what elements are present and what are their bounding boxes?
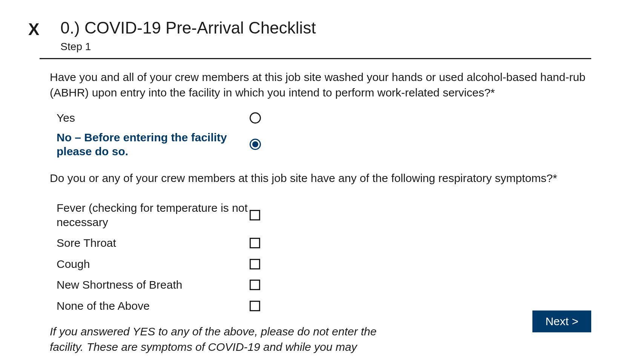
header-row: X 0.) COVID-19 Pre-Arrival Checklist Ste… [0,19,641,53]
q2-option-none-label: None of the Above [57,299,250,313]
page-title: 0.) COVID-19 Pre-Arrival Checklist [60,19,316,37]
step-label: Step 1 [60,41,316,53]
q1-option-no-label: No – Before entering the facility please… [57,130,250,159]
q2-option-fever-label: Fever (checking for temperature is not n… [57,201,250,229]
checkbox-unchecked-icon[interactable] [250,238,260,248]
checklist-form: X 0.) COVID-19 Pre-Arrival Checklist Ste… [0,0,641,355]
title-block: 0.) COVID-19 Pre-Arrival Checklist Step … [60,19,316,53]
radio-unchecked-icon[interactable] [250,112,261,124]
checkbox-unchecked-icon[interactable] [250,301,260,311]
next-button[interactable]: Next > [532,310,591,332]
q2-option-shortness-breath[interactable]: New Shortness of Breath [57,278,591,292]
q2-option-cough-label: Cough [57,257,250,271]
q2-option-shortness-breath-label: New Shortness of Breath [57,278,250,292]
checkbox-unchecked-icon[interactable] [250,259,260,269]
question-1-text: Have you and all of your crew members at… [50,70,591,100]
q2-option-sore-throat[interactable]: Sore Throat [57,236,591,250]
q1-option-yes[interactable]: Yes [57,111,591,125]
q2-option-sore-throat-label: Sore Throat [57,236,250,250]
radio-checked-icon[interactable] [250,139,261,150]
q2-option-none[interactable]: None of the Above [57,299,591,313]
q1-options: Yes No – Before entering the facility pl… [57,111,591,159]
checkbox-unchecked-icon[interactable] [250,210,260,220]
checkbox-unchecked-icon[interactable] [250,280,260,290]
radio-inner-dot [252,141,258,147]
q2-option-cough[interactable]: Cough [57,257,591,271]
q1-option-yes-label: Yes [57,111,250,125]
warning-note: If you answered YES to any of the above,… [50,324,389,355]
close-button[interactable]: X [28,21,38,38]
question-2-block: Do you or any of your crew members at th… [50,171,591,313]
question-2-text: Do you or any of your crew members at th… [50,171,591,186]
q2-options: Fever (checking for temperature is not n… [57,201,591,313]
q2-option-fever[interactable]: Fever (checking for temperature is not n… [57,201,591,229]
q1-option-no[interactable]: No – Before entering the facility please… [57,130,591,159]
